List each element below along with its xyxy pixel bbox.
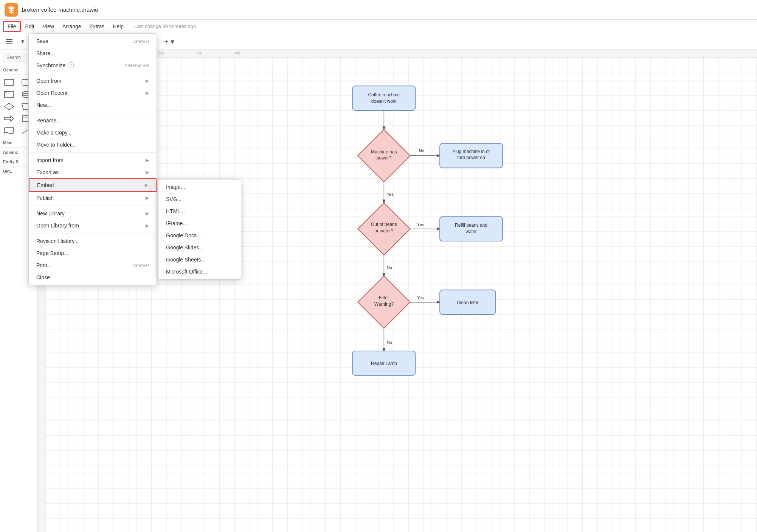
embed-submenu-msoffice[interactable]: Microsoft Office...	[158, 266, 241, 278]
file-menu-synchronize[interactable]: Synchronize ? Alt+Shift+S	[29, 59, 157, 71]
file-menu-sep-5	[29, 233, 157, 234]
embed-submenu-svg[interactable]: SVG...	[158, 193, 241, 205]
submenu-arrow: ▶	[146, 223, 149, 228]
embed-submenu-html[interactable]: HTML...	[158, 205, 241, 217]
file-menu-publish[interactable]: Publish ▶	[29, 192, 157, 204]
file-menu-revision-history[interactable]: Revision History...	[29, 235, 157, 247]
file-menu-export-as[interactable]: Export as ▶	[29, 166, 157, 178]
file-menu-move-folder[interactable]: Move to Folder...	[29, 139, 157, 151]
embed-submenu-image[interactable]: Image...	[158, 181, 241, 193]
file-menu-rename[interactable]: Rename...	[29, 114, 157, 127]
file-menu-page-setup[interactable]: Page Setup...	[29, 247, 157, 259]
embed-submenu-gslides[interactable]: Google Slides...	[158, 241, 241, 254]
file-menu-new-library[interactable]: New Library ▶	[29, 207, 157, 220]
file-menu: Save Cmd+S Share... Synchronize ? Alt+Sh…	[28, 33, 157, 285]
file-menu-import-from[interactable]: Import from ▶	[29, 154, 157, 166]
file-menu-save[interactable]: Save Cmd+S	[29, 35, 157, 47]
submenu-arrow: ▶	[146, 158, 149, 163]
file-menu-open-recent[interactable]: Open Recent ▶	[29, 87, 157, 99]
file-menu-open-library[interactable]: Open Library from ▶	[29, 220, 157, 232]
embed-submenu: Image... SVG... HTML... IFrame... Google…	[158, 179, 241, 280]
submenu-arrow: ▶	[146, 90, 149, 96]
submenu-arrow: ▶	[146, 195, 149, 201]
embed-submenu-iframe[interactable]: IFrame...	[158, 217, 241, 229]
file-menu-embed[interactable]: Embed ▶ Image... SVG... HTML... IFrame..…	[29, 178, 157, 192]
file-menu-print[interactable]: Print... Cmd+P	[29, 259, 157, 271]
file-menu-sep-4	[29, 206, 157, 206]
file-menu-close[interactable]: Close	[29, 271, 157, 283]
embed-submenu-gdocs[interactable]: Google Docs...	[158, 229, 241, 241]
file-menu-share[interactable]: Share...	[29, 47, 157, 59]
file-menu-make-copy[interactable]: Make a Copy...	[29, 127, 157, 139]
submenu-arrow: ▶	[146, 211, 149, 216]
submenu-arrow: ▶	[145, 182, 148, 188]
file-menu-sep-1	[29, 73, 157, 73]
help-icon: ?	[68, 62, 74, 68]
file-menu-sep-2	[29, 113, 157, 113]
file-menu-sep-3	[29, 152, 157, 153]
submenu-arrow: ▶	[146, 170, 149, 175]
submenu-arrow: ▶	[146, 78, 149, 84]
file-menu-new[interactable]: New...	[29, 99, 157, 111]
file-menu-open-from[interactable]: Open from ▶	[29, 75, 157, 87]
embed-submenu-gsheets[interactable]: Google Sheets...	[158, 254, 241, 266]
dropdown-overlay[interactable]: Save Cmd+S Share... Synchronize ? Alt+Sh…	[0, 0, 757, 532]
